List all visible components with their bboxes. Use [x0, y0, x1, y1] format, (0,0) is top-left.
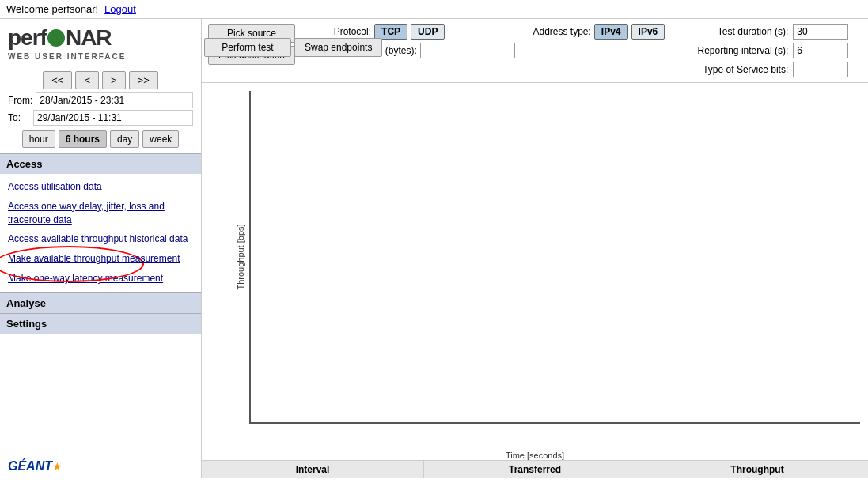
make-throughput-wrap: Make available throughput measurement: [0, 249, 201, 269]
protocol-udp-btn[interactable]: UDP: [411, 24, 445, 40]
range-6hours-btn[interactable]: 6 hours: [59, 130, 107, 148]
logout-link[interactable]: Logout: [104, 3, 136, 15]
top-bar: Welcome perfsonar! Logout: [0, 0, 868, 19]
time-range-row: hour 6 hours day week: [5, 127, 196, 151]
chart-area: Throughput [bps]: [210, 91, 860, 447]
analyse-header[interactable]: Analyse: [0, 292, 201, 313]
table-col-interval: Interval: [202, 461, 424, 478]
protocol-label: Protocol:: [308, 26, 371, 37]
nav-prev-btn[interactable]: <: [75, 71, 99, 89]
from-label: From:: [8, 95, 32, 106]
action-btns: Perform test Swap endpoints: [204, 38, 382, 57]
access-header[interactable]: Access: [0, 153, 201, 174]
chart-container: Throughput [bps] Time [seconds]: [202, 83, 868, 460]
access-utilisation-link[interactable]: Access utilisation data: [0, 177, 201, 197]
x-axis-label: Time [seconds]: [210, 451, 860, 460]
nav-arrow-row: << < > >>: [5, 71, 196, 89]
logo-sonar: NAR: [66, 25, 112, 50]
address-ipv4-btn[interactable]: IPv4: [594, 24, 628, 40]
duration-input[interactable]: [793, 24, 848, 40]
address-label: Address type:: [528, 26, 591, 37]
logo-area: perfNAR WEB USER INTERFACE: [0, 19, 201, 66]
to-value: 29/Jan/2015 - 11:31: [33, 110, 193, 126]
address-ipv6-btn[interactable]: IPv6: [631, 24, 665, 40]
interval-label: Reporting interval (s):: [677, 45, 788, 56]
nav-prev-prev-btn[interactable]: <<: [43, 71, 72, 89]
toolbar: Pick source Pick destination Protocol: T…: [202, 19, 868, 83]
y-axis-label: Throughput [bps]: [236, 224, 245, 289]
settings-header[interactable]: Settings: [0, 313, 201, 334]
logo-perf: perf: [8, 25, 47, 50]
duration-row: Test duration (s):: [677, 24, 848, 40]
address-row: Address type: IPv4 IPv6: [528, 24, 665, 40]
right-panel: Pick source Pick destination Protocol: T…: [202, 19, 868, 478]
to-row: To: 29/Jan/2015 - 11:31: [5, 110, 196, 126]
access-throughput-link[interactable]: Access available throughput historical d…: [0, 229, 201, 249]
access-links: Access utilisation data Access one way d…: [0, 174, 201, 292]
from-row: From: 28/Jan/2015 - 23:31: [5, 92, 196, 108]
nav-controls: << < > >> From: 28/Jan/2015 - 23:31 To: …: [0, 66, 201, 153]
chart-plot: Throughput [bps]: [249, 91, 860, 424]
table-col-transferred: Transferred: [424, 461, 646, 478]
tos-label: Type of Service bits:: [677, 64, 788, 75]
make-throughput-link[interactable]: Make available throughput measurement: [0, 249, 201, 269]
swap-endpoints-btn[interactable]: Swap endpoints: [294, 38, 382, 57]
settings-inputs-area: Test duration (s): Reporting interval (s…: [677, 24, 848, 77]
protocol-tcp-btn[interactable]: TCP: [374, 24, 407, 40]
logo-subtitle: WEB USER INTERFACE: [8, 52, 193, 61]
range-hour-btn[interactable]: hour: [22, 130, 55, 148]
access-delay-link[interactable]: Access one way delay, jitter, loss and t…: [0, 197, 201, 230]
make-latency-link[interactable]: Make one-way latency measurement: [0, 269, 201, 289]
perform-test-btn[interactable]: Perform test: [204, 38, 291, 57]
geant-logo: GÉANT★: [0, 455, 201, 478]
nav-next-next-btn[interactable]: >>: [129, 71, 158, 89]
range-week-btn[interactable]: week: [142, 130, 179, 148]
tos-input[interactable]: [793, 62, 848, 77]
duration-label: Test duration (s):: [677, 26, 788, 37]
interval-input[interactable]: [793, 43, 848, 58]
to-label: To:: [8, 112, 30, 123]
tos-row: Type of Service bits:: [677, 62, 848, 77]
table-col-throughput: Throughput: [646, 461, 868, 478]
from-value: 28/Jan/2015 - 23:31: [36, 92, 193, 108]
address-area: Address type: IPv4 IPv6: [528, 24, 665, 40]
bottom-table: Interval Transferred Throughput: [202, 460, 868, 478]
nav-next-btn[interactable]: >: [102, 71, 126, 89]
main-layout: perfNAR WEB USER INTERFACE << < > >> Fro…: [0, 19, 868, 478]
logo: perfNAR: [8, 25, 193, 51]
interval-row: Reporting interval (s):: [677, 43, 848, 58]
geant-star: ★: [52, 460, 63, 473]
sidebar: perfNAR WEB USER INTERFACE << < > >> Fro…: [0, 19, 202, 478]
protocol-row: Protocol: TCP UDP: [308, 24, 515, 40]
logo-circle: [47, 29, 65, 47]
tcp-window-input[interactable]: [420, 43, 515, 58]
geant-text: GÉANT: [8, 459, 52, 473]
welcome-text: Welcome perfsonar!: [6, 3, 98, 15]
table-header-row: Interval Transferred Throughput: [202, 461, 868, 478]
range-day-btn[interactable]: day: [110, 130, 139, 148]
